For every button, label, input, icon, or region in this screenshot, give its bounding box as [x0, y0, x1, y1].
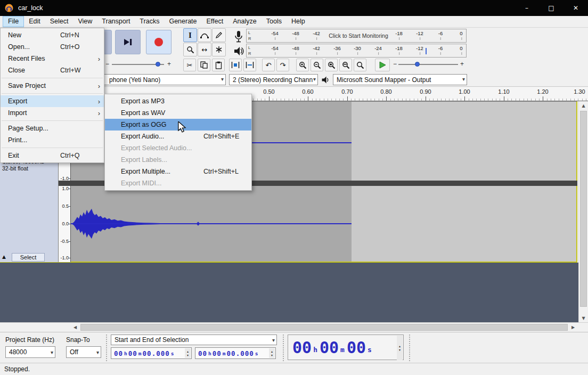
redo-button[interactable]: ↷ — [276, 59, 289, 71]
recording-channels-value: 2 (Stereo) Recording Chann — [233, 76, 313, 84]
recording-channels-select[interactable]: 2 (Stereo) Recording Chann ▾ — [229, 74, 318, 85]
menu-tools[interactable]: Tools — [262, 16, 287, 27]
menu-item-export[interactable]: Export› — [1, 95, 104, 107]
vertical-scroll-thumb[interactable] — [580, 111, 587, 307]
timeline-label: 0.80 — [380, 88, 391, 95]
playback-meter[interactable]: L R -54 -48 -42 -36 -30 -24 -18 -12 -6 0 — [246, 44, 467, 58]
zoom-tool-button[interactable] — [183, 43, 197, 56]
zoom-toggle-button[interactable] — [354, 59, 366, 71]
scroll-down-arrow[interactable]: ▼ — [579, 314, 588, 322]
envelope-tool-button[interactable] — [198, 28, 211, 42]
menu-transport[interactable]: Transport — [97, 16, 135, 27]
selection-mode-select[interactable]: Start and End of Selection ▾ — [111, 335, 277, 345]
menu-item-export-labels: Export Labels... — [105, 154, 251, 166]
copy-button[interactable] — [198, 59, 210, 71]
paste-button[interactable] — [212, 59, 225, 71]
menu-item-exit[interactable]: ExitCtrl+Q — [1, 150, 104, 161]
zoom-fit-button[interactable] — [339, 59, 352, 71]
project-rate-select[interactable]: 48000 ▾ — [5, 346, 55, 358]
timeline-label: 0.60 — [302, 88, 313, 95]
playback-device-value: Microsoft Sound Mapper - Output — [337, 76, 431, 84]
toolbar-grip[interactable] — [409, 335, 410, 361]
track-select-button[interactable]: Select — [12, 253, 45, 262]
collapse-track-icon[interactable]: ▲ — [2, 254, 6, 259]
spinner-arrows-icon[interactable]: ▴▾ — [185, 348, 191, 358]
zoom-selection-button[interactable] — [325, 59, 338, 71]
silence-audio-button[interactable] — [243, 59, 256, 71]
recording-device-value: phone (Yeti Nano) — [109, 76, 160, 84]
recording-volume-thumb[interactable] — [156, 62, 160, 67]
scroll-up-arrow[interactable]: ▲ — [579, 101, 588, 110]
scroll-left-arrow[interactable]: ◀ — [71, 323, 79, 332]
zoom-fit-icon — [342, 61, 350, 69]
cut-button[interactable]: ✂ — [183, 59, 196, 71]
timeline-label: 0.50 — [263, 88, 274, 95]
speed-minus-label: − — [393, 60, 397, 68]
maximize-button[interactable]: □ — [539, 0, 564, 16]
scroll-right-arrow[interactable]: ▶ — [569, 323, 577, 332]
menu-item-open[interactable]: Open...Ctrl+O — [1, 41, 104, 53]
menu-item-export-multiple[interactable]: Export Multiple...Ctrl+Shift+L — [105, 166, 251, 177]
spinner-arrows-icon[interactable]: ▴▾ — [269, 348, 275, 358]
menu-effect[interactable]: Effect — [202, 16, 228, 27]
menu-tracks[interactable]: Tracks — [135, 16, 164, 27]
recording-meter[interactable]: L R -54 -48 -42 Click to Start Monitorin… — [246, 29, 467, 43]
menu-item-export-as-mp3[interactable]: Export as MP3 — [105, 95, 251, 107]
selection-start-field[interactable]: 00h00m00.000s ▴▾ — [111, 347, 192, 359]
zoom-in-button[interactable] — [296, 59, 309, 71]
selection-end-field[interactable]: 00h00m00.000s ▴▾ — [195, 347, 276, 359]
menu-select[interactable]: Select — [45, 16, 74, 27]
play-speed-slider[interactable] — [398, 64, 458, 65]
horizontal-scrollbar[interactable]: ◀ ▶ — [0, 322, 588, 332]
vertical-scrollbar[interactable]: ▲ ▼ — [578, 101, 588, 322]
close-button[interactable]: ✕ — [564, 0, 588, 16]
menu-item-export-as-wav[interactable]: Export as WAV — [105, 107, 251, 119]
audio-position-display[interactable]: 00h00m00s ▴▾ — [288, 335, 404, 360]
chevron-down-icon: ▾ — [272, 337, 275, 343]
menu-view[interactable]: View — [73, 16, 97, 27]
snap-to-select[interactable]: Off ▾ — [66, 346, 101, 358]
pencil-icon — [215, 31, 223, 39]
spinner-arrows-icon[interactable]: ▴▾ — [397, 336, 403, 360]
playback-device-select[interactable]: Microsoft Sound Mapper - Output ▾ — [333, 74, 467, 85]
zoom-out-button[interactable] — [311, 59, 323, 71]
zoom-out-icon — [313, 61, 321, 69]
speaker-icon — [233, 46, 244, 56]
monitoring-hint[interactable]: Click to Start Monitoring — [329, 32, 388, 39]
menu-item-save-project[interactable]: Save Project› — [1, 80, 104, 92]
menu-file[interactable]: File — [3, 16, 24, 27]
skip-to-end-icon — [123, 38, 133, 46]
toolbar-grip[interactable] — [283, 335, 284, 361]
undo-button[interactable]: ↶ — [262, 59, 275, 71]
selection-tool-button[interactable]: I — [183, 28, 197, 42]
menu-item-import[interactable]: Import› — [1, 107, 104, 119]
submenu-arrow-icon: › — [98, 109, 100, 117]
timeshift-tool-button[interactable]: ↔ — [198, 43, 211, 56]
play-speed-thumb[interactable] — [415, 62, 420, 67]
menu-generate[interactable]: Generate — [164, 16, 201, 27]
menu-item-print[interactable]: Print... — [1, 134, 104, 146]
draw-tool-button[interactable] — [212, 28, 226, 42]
minimize-button[interactable]: – — [514, 0, 539, 16]
skip-to-end-button[interactable] — [115, 30, 141, 54]
project-rate-label: Project Rate (Hz) — [5, 336, 54, 344]
multi-tool-button[interactable] — [212, 43, 226, 56]
menu-help[interactable]: Help — [287, 16, 310, 27]
menu-item-recent-files[interactable]: Recent Files› — [1, 53, 104, 64]
timeline-label: 1.10 — [498, 88, 509, 95]
meter-channel-label: R — [248, 37, 251, 41]
menu-analyze[interactable]: Analyze — [228, 16, 261, 27]
export-submenu: Export as MP3 Export as WAV Export as OG… — [104, 94, 252, 191]
horizontal-scroll-thumb[interactable] — [80, 324, 568, 331]
menu-edit[interactable]: Edit — [24, 16, 45, 27]
file-menu: NewCtrl+N Open...Ctrl+O Recent Files› Cl… — [0, 28, 104, 163]
track-format-line2: 32-bit float — [2, 165, 28, 172]
record-button[interactable] — [146, 30, 172, 54]
toolbar-grip[interactable] — [106, 335, 107, 361]
menu-item-close[interactable]: CloseCtrl+W — [1, 64, 104, 76]
menu-item-new[interactable]: NewCtrl+N — [1, 29, 104, 41]
trim-audio-button[interactable] — [229, 59, 242, 71]
play-at-speed-button[interactable] — [375, 59, 390, 71]
menu-item-page-setup[interactable]: Page Setup... — [1, 123, 104, 134]
output-speaker-icon — [321, 76, 330, 84]
